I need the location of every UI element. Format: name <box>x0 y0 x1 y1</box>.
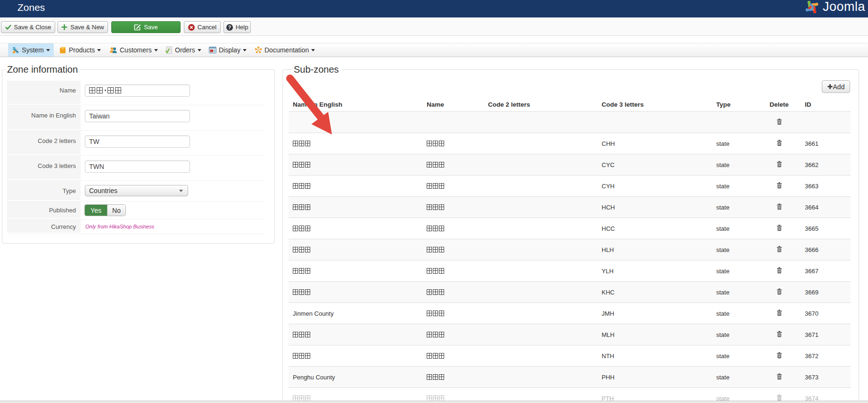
svg-text:?: ? <box>228 25 231 30</box>
